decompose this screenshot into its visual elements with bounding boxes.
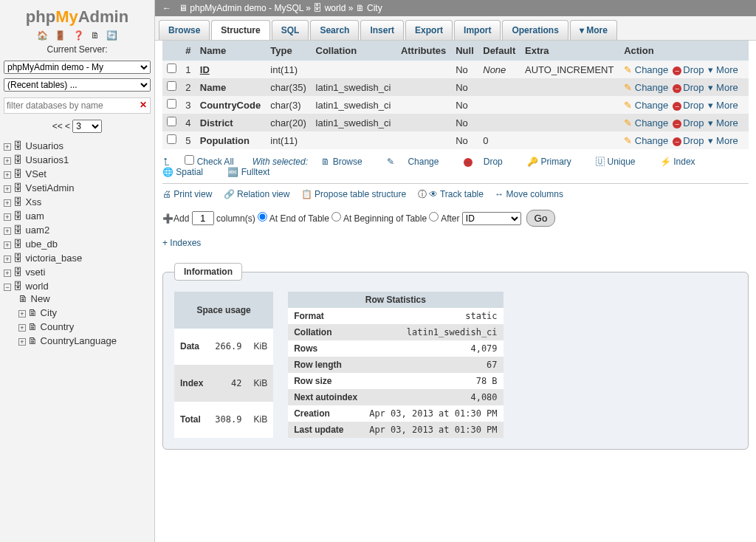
row-checkbox[interactable] bbox=[167, 81, 176, 91]
db-item[interactable]: +🗄 vseti bbox=[4, 265, 151, 279]
home-icon[interactable]: 🏠 bbox=[37, 30, 48, 41]
sql-icon[interactable]: 🗎 bbox=[91, 30, 100, 41]
information-panel: Information Space usage Data266.9KiBInde… bbox=[162, 263, 749, 450]
row-checkbox[interactable] bbox=[167, 99, 176, 109]
tab-structure[interactable]: Structure bbox=[211, 20, 269, 40]
row-checkbox[interactable] bbox=[167, 64, 176, 73]
breadcrumb-db[interactable]: world bbox=[325, 3, 346, 13]
propose-link[interactable]: 📋 Propose table structure bbox=[301, 189, 406, 199]
row-checkbox[interactable] bbox=[167, 117, 176, 126]
table-item[interactable]: +🗎 CountryLanguage bbox=[18, 334, 151, 348]
column-name[interactable]: ID bbox=[196, 61, 267, 78]
fulltext-action[interactable]: 🔤 Fulltext bbox=[227, 167, 281, 177]
db-item[interactable]: +🗄 uam bbox=[4, 209, 151, 223]
expand-icon[interactable]: + bbox=[4, 213, 11, 221]
tab-export[interactable]: Export bbox=[405, 20, 453, 40]
index-action[interactable]: ⚡ Index bbox=[660, 157, 707, 167]
browse-action[interactable]: 🗎 Browse bbox=[321, 157, 373, 167]
unique-action[interactable]: 🇺 Unique bbox=[596, 157, 646, 167]
column-name[interactable]: Population bbox=[196, 131, 267, 149]
change-link[interactable]: ✎ Change bbox=[624, 82, 668, 93]
expand-icon[interactable]: + bbox=[4, 157, 11, 165]
db-item[interactable]: +🗄 ube_db bbox=[4, 237, 151, 251]
check-all-label[interactable]: Check All bbox=[197, 157, 234, 167]
go-button[interactable]: Go bbox=[526, 210, 556, 227]
drop-link[interactable]: –Drop bbox=[673, 82, 704, 93]
change-link[interactable]: ✎ Change bbox=[624, 117, 668, 128]
db-item[interactable]: +🗄 VsetiAdmin bbox=[4, 181, 151, 195]
more-link[interactable]: ▾ More bbox=[708, 100, 738, 111]
more-link[interactable]: ▾ More bbox=[708, 64, 738, 75]
change-link[interactable]: ✎ Change bbox=[624, 100, 668, 111]
breadcrumb-server[interactable]: phpMyAdmin demo - MySQL bbox=[190, 3, 303, 13]
more-link[interactable]: ▾ More bbox=[708, 117, 738, 128]
row-checkbox[interactable] bbox=[167, 134, 176, 144]
db-item[interactable]: +🗄 Usuarios bbox=[4, 139, 151, 153]
db-item[interactable]: +🗄 VSet bbox=[4, 167, 151, 181]
after-column-select[interactable]: ID bbox=[462, 212, 521, 225]
tab-import[interactable]: Import bbox=[454, 20, 501, 40]
track-table-link[interactable]: 👁 Track table bbox=[429, 189, 484, 199]
drop-link[interactable]: –Drop bbox=[673, 100, 704, 111]
expand-icon[interactable]: + bbox=[4, 185, 11, 193]
relation-view-link[interactable]: 🔗 Relation view bbox=[224, 189, 290, 199]
indexes-toggle[interactable]: + Indexes bbox=[162, 238, 749, 248]
more-link[interactable]: ▾ More bbox=[708, 82, 738, 93]
at-beginning-radio[interactable] bbox=[331, 212, 341, 222]
expand-icon[interactable]: + bbox=[4, 143, 11, 151]
db-item[interactable]: +🗄 uam2 bbox=[4, 223, 151, 237]
more-link[interactable]: ▾ More bbox=[708, 135, 738, 146]
table-item[interactable]: +🗎 Country bbox=[18, 320, 151, 334]
change-link[interactable]: ✎ Change bbox=[624, 135, 668, 146]
print-view-link[interactable]: 🖨 Print view bbox=[162, 189, 212, 199]
expand-icon[interactable]: + bbox=[4, 255, 11, 263]
tab-browse[interactable]: Browse bbox=[159, 20, 210, 40]
expand-icon[interactable]: + bbox=[4, 199, 11, 207]
expand-icon[interactable]: + bbox=[18, 324, 26, 332]
recent-tables-select[interactable]: (Recent tables) ... bbox=[4, 78, 151, 92]
change-link[interactable]: ✎ Change bbox=[624, 64, 668, 75]
drop-link[interactable]: –Drop bbox=[673, 117, 704, 128]
logout-icon[interactable]: 🚪 bbox=[55, 30, 66, 41]
expand-icon[interactable]: + bbox=[4, 227, 11, 235]
drop-link[interactable]: –Drop bbox=[673, 135, 704, 146]
clear-filter-icon[interactable]: ✕ bbox=[140, 100, 147, 110]
at-end-radio[interactable] bbox=[258, 212, 267, 222]
expand-icon[interactable]: + bbox=[18, 338, 26, 346]
breadcrumb-table[interactable]: City bbox=[367, 3, 382, 13]
expand-icon[interactable]: + bbox=[4, 241, 11, 249]
column-name[interactable]: Name bbox=[196, 78, 267, 96]
tab-operations[interactable]: Operations bbox=[502, 20, 568, 40]
tab-sql[interactable]: SQL bbox=[272, 20, 309, 40]
expand-icon[interactable]: + bbox=[4, 171, 11, 179]
tab-insert[interactable]: Insert bbox=[360, 20, 404, 40]
column-name[interactable]: District bbox=[196, 114, 267, 131]
expand-icon[interactable]: + bbox=[18, 310, 26, 318]
table-row: 5Populationint(11)No0✎ Change–Drop▾ More bbox=[162, 131, 749, 149]
filter-input[interactable] bbox=[4, 97, 151, 114]
after-radio[interactable] bbox=[429, 212, 439, 222]
reload-icon[interactable]: 🔄 bbox=[106, 30, 117, 41]
db-item[interactable]: +🗄 Xss bbox=[4, 195, 151, 209]
add-count-input[interactable] bbox=[192, 211, 214, 225]
page-select[interactable]: 3 bbox=[72, 120, 102, 133]
docs-icon[interactable]: ❓ bbox=[73, 30, 84, 41]
expand-icon[interactable]: + bbox=[4, 270, 11, 277]
server-select[interactable]: phpMyAdmin demo - My bbox=[4, 61, 151, 74]
drop-action[interactable]: –Drop bbox=[464, 157, 514, 167]
db-item[interactable]: +🗄 victoria_base bbox=[4, 251, 151, 265]
tab-search[interactable]: Search bbox=[310, 20, 359, 40]
spatial-action[interactable]: 🌐 Spatial bbox=[162, 167, 214, 177]
db-item[interactable]: +🗄 Usuarios1 bbox=[4, 153, 151, 167]
drop-link[interactable]: –Drop bbox=[673, 64, 704, 75]
check-all-checkbox[interactable] bbox=[185, 155, 194, 165]
collapse-icon[interactable]: − bbox=[4, 284, 11, 291]
db-item-world[interactable]: −🗄 world🗎 New+🗎 City+🗎 Country+🗎 Country… bbox=[4, 279, 151, 349]
table-item[interactable]: 🗎 New bbox=[18, 292, 151, 306]
tab-more[interactable]: ▾ More bbox=[570, 20, 617, 40]
table-item[interactable]: +🗎 City bbox=[18, 306, 151, 320]
primary-action[interactable]: 🔑 Primary bbox=[527, 157, 583, 167]
move-columns-link[interactable]: ↔ Move columns bbox=[495, 189, 563, 199]
column-name[interactable]: CountryCode bbox=[196, 96, 267, 114]
change-action[interactable]: ✎ Change bbox=[387, 157, 450, 167]
